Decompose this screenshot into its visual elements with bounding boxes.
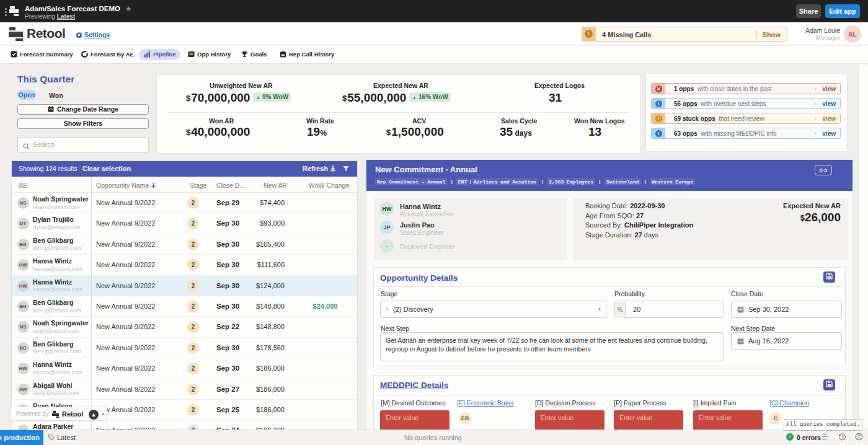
svg-text:?: ? (857, 433, 861, 439)
